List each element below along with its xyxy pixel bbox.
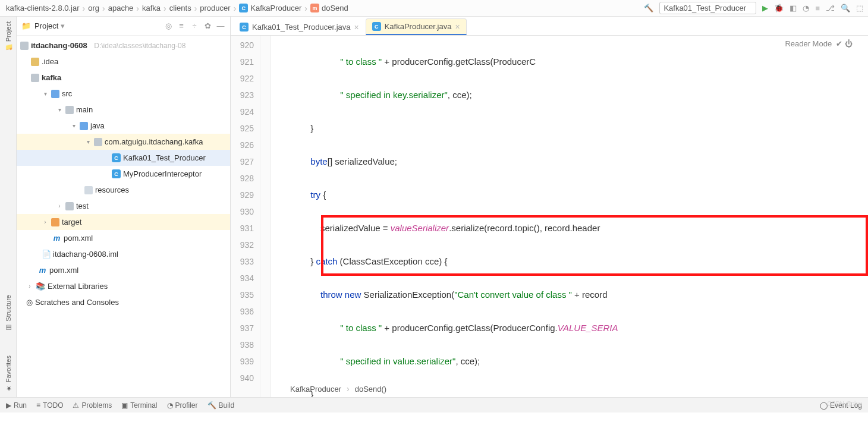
class-icon: C — [372, 22, 381, 31]
git-icon[interactable]: ⎇ — [826, 4, 835, 12]
source-folder-icon — [51, 90, 59, 98]
tree-item[interactable]: CMyProducerInterceptor — [17, 166, 230, 182]
folder-icon — [65, 202, 74, 210]
run-tool[interactable]: ▶ Run — [6, 401, 27, 410]
class-icon: C — [112, 153, 121, 162]
chevron-down-icon[interactable]: ▾ — [42, 90, 49, 97]
class-icon: C — [240, 23, 249, 32]
profiler-tool[interactable]: ◔ Profiler — [167, 401, 198, 410]
breadcrumb-bottom[interactable]: KafkaProducer›doSend() — [290, 380, 386, 397]
bottom-tool-bar: ▶ Run ≡ TODO ⚠ Problems ▣ Terminal ◔ Pro… — [0, 397, 868, 413]
watermark: CSDN @水w — [828, 400, 863, 408]
reader-mode-toggle[interactable]: Reader Mode ✔ ⏻ — [785, 39, 853, 48]
project-view-chevron-icon[interactable]: ▾ — [61, 21, 65, 30]
folder-icon — [65, 106, 74, 114]
close-icon[interactable]: × — [354, 23, 359, 32]
maven-icon: m — [52, 234, 61, 243]
project-tool-tab[interactable]: 📁Project — [4, 21, 12, 52]
class-icon: C — [112, 169, 121, 178]
chevron-right-icon[interactable]: › — [26, 283, 33, 289]
crumb-kafka[interactable]: kafka — [141, 4, 162, 12]
chevron-down-icon[interactable]: ▾ — [70, 122, 77, 129]
hammer-icon[interactable]: 🔨 — [644, 4, 653, 12]
structure-tool-tab[interactable]: ▤Structure — [4, 295, 12, 332]
crumb-org[interactable]: org — [87, 4, 100, 12]
editor-tabs: CKafka01_Test_Producer.java× CKafkaProdu… — [231, 17, 868, 36]
crumb-method[interactable]: mdoSend — [309, 4, 350, 12]
code-editor[interactable]: " to class " + producerConfig.getClass(P… — [271, 36, 868, 397]
target-folder-icon — [51, 218, 59, 226]
crumb-producer[interactable]: producer — [199, 4, 231, 12]
project-view-label[interactable]: Project — [34, 21, 58, 30]
chevron-down-icon[interactable]: ▾ — [56, 106, 63, 113]
resources-folder-icon — [84, 186, 93, 194]
tree-root: itdachang-0608 D:\idea\classes\itdachang… — [17, 37, 230, 53]
project-view-icon: 📁 — [21, 21, 31, 30]
settings-icon[interactable]: ⬚ — [856, 4, 863, 12]
source-folder-icon — [80, 122, 88, 130]
module-icon — [31, 74, 39, 82]
tab-file-1[interactable]: CKafka01_Test_Producer.java× — [233, 18, 366, 35]
line-number-gutter[interactable]: 9209219229239249259269279289299309319329… — [231, 36, 260, 397]
tree-item-selected[interactable]: CKafka01_Test_Producer — [17, 150, 230, 166]
library-icon: 📚 — [36, 282, 45, 291]
navigation-breadcrumb: kafka-clients-2.8.0.jar› org› apache› ka… — [0, 0, 868, 17]
crumb-clients[interactable]: clients — [168, 4, 193, 12]
folder-icon — [31, 58, 39, 66]
iml-file-icon: 📄 — [42, 250, 51, 259]
run-config-select[interactable]: Kafka01_Test_Producer — [659, 2, 756, 14]
chevron-right-icon[interactable]: › — [42, 219, 49, 225]
close-icon[interactable]: × — [455, 22, 460, 32]
debug-icon[interactable]: 🐞 — [774, 4, 784, 12]
build-tool[interactable]: 🔨 Build — [207, 401, 235, 410]
module-icon — [20, 42, 29, 50]
locate-icon[interactable]: ◎ — [163, 21, 173, 31]
terminal-tool[interactable]: ▣ Terminal — [121, 401, 157, 410]
tab-file-2-active[interactable]: CKafkaProducer.java× — [366, 18, 467, 35]
settings-gear-icon[interactable]: ✿ — [203, 21, 212, 31]
package-icon — [94, 138, 102, 146]
chevron-down-icon[interactable]: ▾ — [84, 138, 92, 145]
chevron-right-icon[interactable]: › — [56, 203, 63, 209]
coverage-icon[interactable]: ◧ — [790, 4, 797, 12]
method-icon: m — [310, 4, 319, 12]
crumb-apache[interactable]: apache — [107, 4, 135, 12]
problems-tool[interactable]: ⚠ Problems — [73, 401, 112, 410]
expand-icon[interactable]: ≡ — [177, 21, 186, 31]
hide-panel-icon[interactable]: — — [216, 21, 225, 31]
stop-icon[interactable]: ■ — [815, 4, 820, 12]
crumb-class[interactable]: CKafkaProducer — [238, 4, 303, 12]
run-icon[interactable]: ▶ — [762, 4, 768, 12]
editor-area: CKafka01_Test_Producer.java× CKafkaProdu… — [231, 17, 868, 397]
crumb-jar[interactable]: kafka-clients-2.8.0.jar — [5, 4, 81, 12]
scratch-icon: ◎ — [26, 298, 33, 307]
profile-icon[interactable]: ◔ — [803, 4, 809, 12]
fold-gutter[interactable] — [260, 36, 271, 397]
tool-window-bar: 📁Project ▤Structure ★Favorites — [0, 17, 17, 397]
project-panel: 📁 Project ▾ ◎ ≡ ÷ ✿ — itdachang-0608 D:\… — [17, 17, 231, 397]
class-icon: C — [239, 4, 248, 12]
collapse-icon[interactable]: ÷ — [190, 21, 199, 31]
todo-tool[interactable]: ≡ TODO — [36, 401, 63, 410]
maven-icon: m — [38, 266, 47, 275]
project-tree[interactable]: itdachang-0608 D:\idea\classes\itdachang… — [17, 36, 230, 397]
search-icon[interactable]: 🔍 — [841, 4, 850, 12]
favorites-tool-tab[interactable]: ★Favorites — [4, 355, 12, 392]
